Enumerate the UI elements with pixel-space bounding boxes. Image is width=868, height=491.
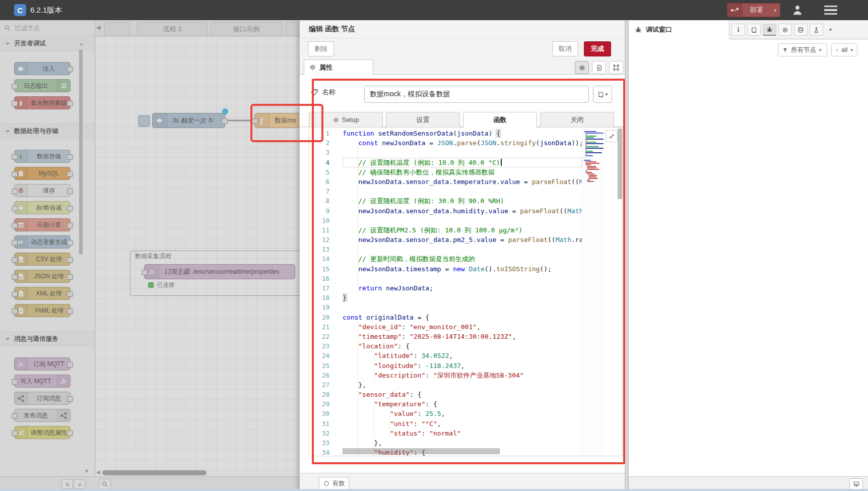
output-port[interactable]: [67, 309, 73, 314]
palette-node[interactable]: 集合数据删除: [14, 96, 71, 109]
input-port[interactable]: [252, 118, 258, 124]
tab-debug-window[interactable]: 调试窗口: [629, 20, 729, 39]
canvas-search-button[interactable]: [99, 479, 111, 489]
sidebar-resize-handle[interactable]: [625, 20, 629, 491]
hamburger-menu-button[interactable]: [824, 6, 837, 15]
input-port[interactable]: [12, 154, 18, 160]
palette-node[interactable]: 写入 MQTT: [14, 375, 71, 388]
editor-tab-close[interactable]: 关闭: [540, 112, 614, 127]
deploy-button[interactable]: 部署 ▾: [727, 3, 780, 17]
editor-tab-settings[interactable]: 设置: [386, 112, 460, 127]
output-port[interactable]: [67, 154, 73, 160]
output-port[interactable]: [67, 291, 73, 297]
input-port[interactable]: [12, 257, 18, 263]
flow-tab[interactable]: 流程 2: [137, 22, 208, 36]
palette-node[interactable]: 调整消息属性: [14, 426, 71, 439]
palette-scroll-down-icon[interactable]: ▼: [84, 468, 89, 474]
palette-node[interactable]: 订阅 MQTT: [14, 357, 71, 371]
input-port[interactable]: [12, 431, 18, 436]
valid-status-button[interactable]: 有效: [319, 477, 349, 490]
palette-category-header[interactable]: 消息与通信服务: [0, 331, 95, 346]
done-button[interactable]: 完成: [584, 41, 611, 56]
code-editor[interactable]: 1234567891011121314151617181920212223242…: [309, 127, 623, 456]
output-port[interactable]: [67, 189, 73, 194]
inject-node[interactable]: 3s 触发一次 ↻: [152, 113, 225, 128]
appearance-button[interactable]: [609, 61, 623, 74]
palette-node[interactable]: 缓存: [14, 184, 71, 197]
info-tab-button[interactable]: i: [731, 24, 745, 36]
config-nodes-tab-button[interactable]: [778, 24, 792, 36]
output-port[interactable]: [67, 240, 73, 245]
editor-tab-function[interactable]: 函数: [463, 112, 537, 128]
palette-scrollbar[interactable]: [79, 49, 83, 255]
palette-scroll-up-icon[interactable]: ▲: [79, 41, 84, 46]
output-port[interactable]: [67, 431, 73, 436]
output-port[interactable]: [67, 274, 73, 280]
sidebar-tabs-caret-icon[interactable]: ▾: [829, 27, 832, 32]
mqtt-subscribe-node[interactable]: 订阅主题: /env/sensor/realtime/properties: [144, 264, 295, 279]
output-port[interactable]: [67, 362, 73, 367]
palette-node[interactable]: 动态变量生成: [14, 235, 71, 249]
palette-node[interactable]: 日志输出: [14, 79, 71, 92]
input-port[interactable]: [12, 223, 18, 228]
editor-vertical-scrollbar[interactable]: [618, 129, 622, 199]
palette-node[interactable]: 自增/自减: [14, 201, 71, 214]
palette-node[interactable]: 数据存储: [14, 150, 71, 163]
palette-node[interactable]: YYAML 处理: [14, 304, 71, 317]
inject-trigger-button[interactable]: [138, 115, 150, 127]
flow-tab[interactable]: 接口示例: [211, 22, 282, 36]
palette-filter-input[interactable]: [14, 24, 81, 32]
editor-expand-button[interactable]: [606, 130, 618, 142]
open-dashboard-button[interactable]: [849, 478, 863, 489]
palette-node[interactable]: 注入: [14, 62, 71, 75]
palette-node[interactable]: <>XML 处理: [14, 287, 71, 300]
collapse-all-button[interactable]: [61, 479, 73, 489]
help-tab-button[interactable]: [747, 24, 761, 36]
input-port[interactable]: [12, 101, 18, 106]
output-port[interactable]: [67, 396, 73, 402]
flow-tab[interactable]: [104, 22, 129, 36]
input-port[interactable]: [12, 206, 18, 211]
properties-gear-button[interactable]: [575, 61, 589, 74]
input-port[interactable]: [12, 379, 18, 385]
debug-filter-button[interactable]: 所有节点 ▾: [778, 43, 827, 56]
input-port[interactable]: [12, 309, 18, 314]
editor-minimap[interactable]: [582, 128, 605, 455]
palette-node[interactable]: MySQL: [14, 167, 71, 180]
debug-tab-button[interactable]: [763, 24, 776, 36]
input-port[interactable]: [12, 291, 18, 297]
canvas-horizontal-scrollbar[interactable]: [102, 470, 207, 475]
tab-scroll-left-icon[interactable]: ◀: [96, 24, 100, 31]
expand-all-button[interactable]: [74, 479, 85, 489]
output-port[interactable]: [222, 118, 228, 124]
cancel-button[interactable]: 取消: [552, 41, 578, 56]
context-data-tab-button[interactable]: [794, 24, 808, 36]
output-port[interactable]: [67, 206, 73, 211]
output-port[interactable]: [67, 223, 73, 228]
output-port[interactable]: [67, 67, 73, 72]
input-port[interactable]: [12, 171, 18, 177]
description-button[interactable]: [592, 61, 606, 74]
delete-button[interactable]: 删除: [308, 41, 334, 56]
input-port[interactable]: [12, 274, 18, 280]
palette-node[interactable]: 发布消息: [14, 409, 71, 422]
tab-properties[interactable]: 属性: [304, 59, 373, 75]
palette-node[interactable]: {}JSON 处理: [14, 270, 71, 283]
input-port[interactable]: [12, 189, 18, 194]
palette-node[interactable]: 日期计算: [14, 218, 71, 231]
canvas-scroll-left-icon[interactable]: ◀: [96, 469, 100, 475]
palette-node[interactable]: 1,2CSV 处理: [14, 253, 71, 266]
input-port[interactable]: [12, 413, 18, 419]
debug-clear-button[interactable]: all ▾: [831, 43, 857, 56]
output-port[interactable]: [67, 171, 73, 177]
input-port[interactable]: [12, 84, 18, 89]
input-port[interactable]: [12, 240, 18, 245]
output-port[interactable]: [67, 101, 73, 106]
user-button[interactable]: [791, 4, 804, 16]
output-port[interactable]: [67, 257, 73, 263]
node-name-input[interactable]: [364, 86, 589, 103]
name-library-button[interactable]: ▾: [593, 86, 612, 103]
input-port[interactable]: [142, 270, 148, 275]
catalog-flask-tab-button[interactable]: [810, 24, 823, 36]
palette-node[interactable]: 订阅消息: [14, 392, 71, 405]
